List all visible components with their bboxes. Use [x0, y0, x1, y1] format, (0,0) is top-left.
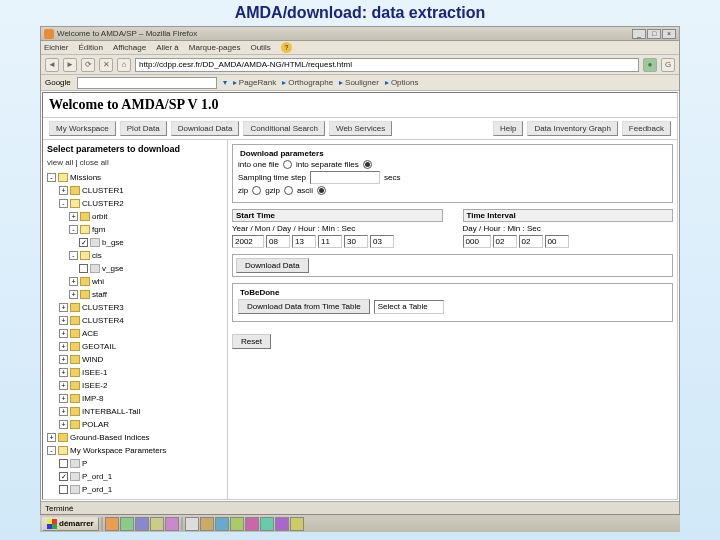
minimize-button[interactable]: _ — [632, 29, 646, 39]
start-button[interactable]: démarrer — [42, 517, 99, 531]
menu-tools[interactable]: Outils — [250, 43, 270, 52]
nav-download[interactable]: Download Data — [171, 121, 240, 136]
view-all-link[interactable]: view all — [47, 158, 73, 167]
search-button[interactable]: G — [661, 58, 675, 72]
taskbar-app-icon[interactable] — [230, 517, 244, 531]
taskbar-app-icon[interactable] — [260, 517, 274, 531]
taskbar-app-icon[interactable] — [215, 517, 229, 531]
nav-help[interactable]: Help — [493, 121, 523, 136]
tree-groundbased[interactable]: +Ground-Based Indices — [47, 431, 223, 444]
tree-fgm[interactable]: -fgm — [47, 223, 223, 236]
tree-polar[interactable]: +POLAR — [47, 418, 223, 431]
nav-conditional[interactable]: Conditional Search — [243, 121, 325, 136]
nav-datainv[interactable]: Data Inventory Graph — [527, 121, 617, 136]
day-input[interactable]: 13 — [292, 235, 316, 248]
tree-cluster4[interactable]: +CLUSTER4 — [47, 314, 223, 327]
taskbar-app-icon[interactable] — [150, 517, 164, 531]
tree-imp8[interactable]: +IMP-8 — [47, 392, 223, 405]
nav-webservices[interactable]: Web Services — [329, 121, 392, 136]
go-button[interactable]: ● — [643, 58, 657, 72]
highlight-link[interactable]: Souligner — [339, 78, 379, 87]
int-min-input[interactable]: 02 — [519, 235, 543, 248]
close-all-link[interactable]: close all — [80, 158, 109, 167]
nav-workspace[interactable]: My Workspace — [49, 121, 116, 136]
tree-orbit[interactable]: +orbit — [47, 210, 223, 223]
taskbar-app-icon[interactable] — [120, 517, 134, 531]
forward-button[interactable]: ► — [63, 58, 77, 72]
window-title: Welcome to AMDA/SP – Mozilla Firefox — [57, 29, 632, 38]
start-label: démarrer — [59, 519, 94, 528]
menu-view[interactable]: Affichage — [113, 43, 146, 52]
tree-cluster3[interactable]: +CLUSTER3 — [47, 301, 223, 314]
year-input[interactable]: 2002 — [232, 235, 264, 248]
tree-cluster2[interactable]: -CLUSTER2 — [47, 197, 223, 210]
tree-cluster1[interactable]: +CLUSTER1 — [47, 184, 223, 197]
spellcheck-link[interactable]: Orthographe — [282, 78, 333, 87]
int-day-input[interactable]: 000 — [463, 235, 491, 248]
google-search-button[interactable]: ▾ — [223, 78, 227, 87]
tree-interball[interactable]: +INTERBALL-Tail — [47, 405, 223, 418]
tree-ace[interactable]: +ACE — [47, 327, 223, 340]
radio-ascii[interactable] — [317, 186, 326, 195]
taskbar-app-icon[interactable] — [290, 517, 304, 531]
tree-isee1[interactable]: +ISEE-1 — [47, 366, 223, 379]
min-input[interactable]: 30 — [344, 235, 368, 248]
reset-button[interactable]: Reset — [232, 334, 271, 349]
taskbar-app-icon[interactable] — [200, 517, 214, 531]
menu-bookmarks[interactable]: Marque-pages — [189, 43, 241, 52]
radio-sepfiles[interactable] — [363, 160, 372, 169]
tree-missions[interactable]: -Missions — [47, 171, 223, 184]
hour-input[interactable]: 11 — [318, 235, 342, 248]
taskbar-app-icon[interactable] — [105, 517, 119, 531]
home-button[interactable]: ⌂ — [117, 58, 131, 72]
tree-staff[interactable]: +staff — [47, 288, 223, 301]
url-bar[interactable]: http://cdpp.cesr.fr/DD_AMDA/AMDA-NG/HTML… — [135, 58, 639, 72]
menu-edit[interactable]: Édition — [78, 43, 102, 52]
back-button[interactable]: ◄ — [45, 58, 59, 72]
sampling-input[interactable] — [310, 171, 380, 184]
google-search-input[interactable] — [77, 77, 217, 89]
tree-myws[interactable]: -My Workspace Parameters — [47, 444, 223, 457]
tree-param3[interactable]: P_ord_1 — [47, 483, 223, 496]
taskbar-app-icon[interactable] — [135, 517, 149, 531]
download-timetable-button[interactable]: Download Data from Time Table — [238, 299, 370, 314]
sec-input[interactable]: 03 — [370, 235, 394, 248]
tree-whi[interactable]: +whi — [47, 275, 223, 288]
titlebar: Welcome to AMDA/SP – Mozilla Firefox _ □… — [41, 27, 679, 41]
taskbar-app-icon[interactable] — [245, 517, 259, 531]
tree-isee2[interactable]: +ISEE-2 — [47, 379, 223, 392]
month-input[interactable]: 08 — [266, 235, 290, 248]
timetable-select[interactable]: Select a Table — [374, 300, 444, 314]
nav-feedback[interactable]: Feedback — [622, 121, 671, 136]
tree-geotail[interactable]: +GEOTAIL — [47, 340, 223, 353]
pagerank-link[interactable]: PageRank — [233, 78, 276, 87]
download-data-button[interactable]: Download Data — [236, 258, 309, 273]
taskbar: démarrer — [40, 514, 680, 532]
nav-plot[interactable]: Plot Data — [120, 121, 167, 136]
tbd-legend: ToBeDone — [238, 288, 281, 297]
int-sec-input[interactable]: 00 — [545, 235, 569, 248]
menu-go[interactable]: Aller à — [156, 43, 179, 52]
tree-param2[interactable]: ✓P_ord_1 — [47, 470, 223, 483]
status-bar: Terminé — [41, 501, 679, 515]
tree-param1[interactable]: P — [47, 457, 223, 470]
stop-button[interactable]: ✕ — [99, 58, 113, 72]
maximize-button[interactable]: □ — [647, 29, 661, 39]
radio-onefile[interactable] — [283, 160, 292, 169]
close-button[interactable]: × — [662, 29, 676, 39]
taskbar-app-icon[interactable] — [165, 517, 179, 531]
tree-cis[interactable]: -cis — [47, 249, 223, 262]
taskbar-app-icon[interactable] — [275, 517, 289, 531]
menu-file[interactable]: Eichier — [44, 43, 68, 52]
tree-wind[interactable]: +WIND — [47, 353, 223, 366]
radio-zip[interactable] — [252, 186, 261, 195]
int-hour-input[interactable]: 02 — [493, 235, 517, 248]
options-link[interactable]: Options — [385, 78, 419, 87]
status-text: Terminé — [45, 504, 73, 513]
help-icon[interactable]: ? — [281, 42, 292, 53]
reload-button[interactable]: ⟳ — [81, 58, 95, 72]
taskbar-app-icon[interactable] — [185, 517, 199, 531]
radio-gzip[interactable] — [284, 186, 293, 195]
tree-bgse[interactable]: ✓b_gse — [47, 236, 223, 249]
tree-vcse[interactable]: v_gse — [47, 262, 223, 275]
